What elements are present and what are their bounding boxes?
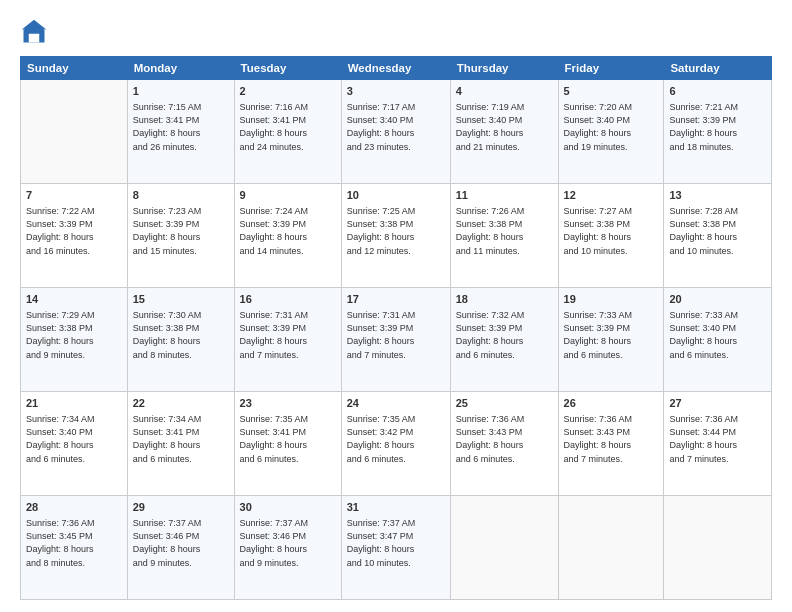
svg-rect-2 xyxy=(29,34,40,43)
day-number: 30 xyxy=(240,500,336,515)
day-number: 17 xyxy=(347,292,445,307)
calendar-cell: 24Sunrise: 7:35 AMSunset: 3:42 PMDayligh… xyxy=(341,392,450,496)
day-number: 27 xyxy=(669,396,766,411)
cell-line: Daylight: 8 hours xyxy=(456,127,553,140)
cell-info: Sunrise: 7:31 AMSunset: 3:39 PMDaylight:… xyxy=(347,309,445,361)
logo-icon xyxy=(20,18,48,46)
calendar-cell: 10Sunrise: 7:25 AMSunset: 3:38 PMDayligh… xyxy=(341,184,450,288)
cell-info: Sunrise: 7:33 AMSunset: 3:39 PMDaylight:… xyxy=(564,309,659,361)
day-number: 24 xyxy=(347,396,445,411)
day-header-sunday: Sunday xyxy=(21,57,128,80)
cell-info: Sunrise: 7:36 AMSunset: 3:43 PMDaylight:… xyxy=(564,413,659,465)
cell-info: Sunrise: 7:19 AMSunset: 3:40 PMDaylight:… xyxy=(456,101,553,153)
cell-line: Sunset: 3:47 PM xyxy=(347,530,445,543)
cell-line: Sunset: 3:39 PM xyxy=(133,218,229,231)
day-number: 31 xyxy=(347,500,445,515)
cell-line: Sunrise: 7:36 AM xyxy=(564,413,659,426)
calendar-cell: 15Sunrise: 7:30 AMSunset: 3:38 PMDayligh… xyxy=(127,288,234,392)
calendar-cell: 7Sunrise: 7:22 AMSunset: 3:39 PMDaylight… xyxy=(21,184,128,288)
cell-line: Sunset: 3:46 PM xyxy=(240,530,336,543)
cell-info: Sunrise: 7:36 AMSunset: 3:43 PMDaylight:… xyxy=(456,413,553,465)
cell-line: Sunset: 3:38 PM xyxy=(26,322,122,335)
page: SundayMondayTuesdayWednesdayThursdayFrid… xyxy=(0,0,792,612)
calendar-cell: 25Sunrise: 7:36 AMSunset: 3:43 PMDayligh… xyxy=(450,392,558,496)
cell-info: Sunrise: 7:16 AMSunset: 3:41 PMDaylight:… xyxy=(240,101,336,153)
cell-line: and 6 minutes. xyxy=(564,349,659,362)
cell-line: Daylight: 8 hours xyxy=(564,127,659,140)
cell-line: and 9 minutes. xyxy=(26,349,122,362)
cell-line: Sunset: 3:42 PM xyxy=(347,426,445,439)
day-number: 8 xyxy=(133,188,229,203)
calendar-cell: 13Sunrise: 7:28 AMSunset: 3:38 PMDayligh… xyxy=(664,184,772,288)
cell-info: Sunrise: 7:25 AMSunset: 3:38 PMDaylight:… xyxy=(347,205,445,257)
cell-line: Sunrise: 7:22 AM xyxy=(26,205,122,218)
day-number: 18 xyxy=(456,292,553,307)
cell-line: and 21 minutes. xyxy=(456,141,553,154)
week-row-3: 14Sunrise: 7:29 AMSunset: 3:38 PMDayligh… xyxy=(21,288,772,392)
cell-line: Sunrise: 7:20 AM xyxy=(564,101,659,114)
cell-line: Daylight: 8 hours xyxy=(133,335,229,348)
day-number: 20 xyxy=(669,292,766,307)
cell-info: Sunrise: 7:23 AMSunset: 3:39 PMDaylight:… xyxy=(133,205,229,257)
cell-line: and 9 minutes. xyxy=(133,557,229,570)
cell-line: Daylight: 8 hours xyxy=(347,543,445,556)
calendar-cell: 5Sunrise: 7:20 AMSunset: 3:40 PMDaylight… xyxy=(558,80,664,184)
cell-line: and 6 minutes. xyxy=(240,453,336,466)
cell-line: and 6 minutes. xyxy=(456,453,553,466)
cell-line: Sunrise: 7:23 AM xyxy=(133,205,229,218)
cell-line: Sunrise: 7:37 AM xyxy=(133,517,229,530)
calendar-cell: 23Sunrise: 7:35 AMSunset: 3:41 PMDayligh… xyxy=(234,392,341,496)
cell-line: Sunset: 3:38 PM xyxy=(347,218,445,231)
cell-info: Sunrise: 7:24 AMSunset: 3:39 PMDaylight:… xyxy=(240,205,336,257)
cell-line: and 6 minutes. xyxy=(456,349,553,362)
header-row: SundayMondayTuesdayWednesdayThursdayFrid… xyxy=(21,57,772,80)
cell-line: and 12 minutes. xyxy=(347,245,445,258)
day-number: 10 xyxy=(347,188,445,203)
calendar-cell xyxy=(21,80,128,184)
cell-info: Sunrise: 7:35 AMSunset: 3:41 PMDaylight:… xyxy=(240,413,336,465)
cell-line: and 7 minutes. xyxy=(564,453,659,466)
cell-info: Sunrise: 7:15 AMSunset: 3:41 PMDaylight:… xyxy=(133,101,229,153)
day-number: 2 xyxy=(240,84,336,99)
calendar-cell: 4Sunrise: 7:19 AMSunset: 3:40 PMDaylight… xyxy=(450,80,558,184)
day-header-thursday: Thursday xyxy=(450,57,558,80)
calendar-cell: 20Sunrise: 7:33 AMSunset: 3:40 PMDayligh… xyxy=(664,288,772,392)
calendar-cell: 14Sunrise: 7:29 AMSunset: 3:38 PMDayligh… xyxy=(21,288,128,392)
cell-line: Sunrise: 7:17 AM xyxy=(347,101,445,114)
cell-line: Daylight: 8 hours xyxy=(26,543,122,556)
cell-line: Daylight: 8 hours xyxy=(347,127,445,140)
cell-line: Sunset: 3:39 PM xyxy=(669,114,766,127)
cell-line: Sunrise: 7:33 AM xyxy=(564,309,659,322)
cell-line: Sunrise: 7:37 AM xyxy=(347,517,445,530)
cell-line: Sunrise: 7:34 AM xyxy=(133,413,229,426)
calendar-cell xyxy=(558,496,664,600)
cell-line: Daylight: 8 hours xyxy=(240,543,336,556)
cell-line: Daylight: 8 hours xyxy=(456,231,553,244)
cell-line: and 8 minutes. xyxy=(26,557,122,570)
cell-line: Sunrise: 7:35 AM xyxy=(347,413,445,426)
cell-line: and 23 minutes. xyxy=(347,141,445,154)
cell-info: Sunrise: 7:26 AMSunset: 3:38 PMDaylight:… xyxy=(456,205,553,257)
cell-info: Sunrise: 7:21 AMSunset: 3:39 PMDaylight:… xyxy=(669,101,766,153)
day-number: 23 xyxy=(240,396,336,411)
cell-line: Sunset: 3:39 PM xyxy=(347,322,445,335)
cell-line: and 7 minutes. xyxy=(240,349,336,362)
cell-line: Sunset: 3:39 PM xyxy=(456,322,553,335)
cell-line: Sunrise: 7:36 AM xyxy=(669,413,766,426)
day-number: 22 xyxy=(133,396,229,411)
cell-line: Sunset: 3:39 PM xyxy=(564,322,659,335)
calendar-cell: 29Sunrise: 7:37 AMSunset: 3:46 PMDayligh… xyxy=(127,496,234,600)
cell-line: Daylight: 8 hours xyxy=(133,439,229,452)
cell-line: Daylight: 8 hours xyxy=(669,231,766,244)
calendar-cell: 1Sunrise: 7:15 AMSunset: 3:41 PMDaylight… xyxy=(127,80,234,184)
cell-line: and 7 minutes. xyxy=(347,349,445,362)
cell-line: Daylight: 8 hours xyxy=(240,335,336,348)
cell-line: Sunset: 3:38 PM xyxy=(669,218,766,231)
cell-line: Sunset: 3:38 PM xyxy=(456,218,553,231)
cell-line: Sunset: 3:40 PM xyxy=(564,114,659,127)
cell-line: Sunset: 3:41 PM xyxy=(240,426,336,439)
cell-info: Sunrise: 7:30 AMSunset: 3:38 PMDaylight:… xyxy=(133,309,229,361)
cell-line: Sunset: 3:43 PM xyxy=(564,426,659,439)
cell-line: and 6 minutes. xyxy=(26,453,122,466)
cell-line: Sunrise: 7:16 AM xyxy=(240,101,336,114)
